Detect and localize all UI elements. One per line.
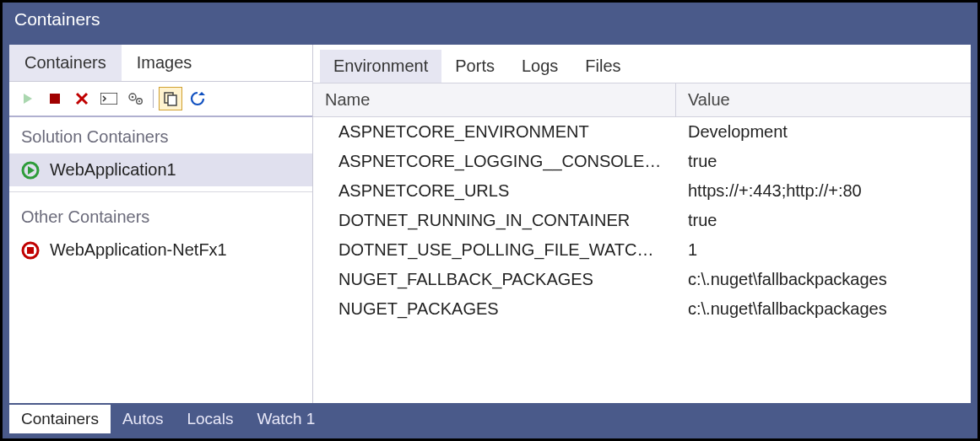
refresh-button[interactable] bbox=[186, 87, 209, 110]
env-var-value: https://+:443;http://+:80 bbox=[676, 176, 971, 206]
env-var-value: true bbox=[676, 206, 971, 235]
env-var-value: 1 bbox=[676, 235, 971, 265]
env-row[interactable]: ASPNETCORE_LOGGING__CONSOLE__DISABLECOLO… bbox=[313, 147, 971, 176]
copy-icon bbox=[163, 91, 178, 106]
play-icon bbox=[21, 92, 35, 105]
window-title: Containers bbox=[3, 3, 977, 38]
toolbar bbox=[9, 82, 312, 117]
svg-rect-1 bbox=[50, 94, 60, 104]
refresh-icon bbox=[189, 90, 206, 107]
tab-images[interactable]: Images bbox=[122, 45, 208, 81]
column-header-name[interactable]: Name bbox=[313, 83, 676, 116]
tab-logs[interactable]: Logs bbox=[508, 50, 571, 83]
env-var-name: DOTNET_RUNNING_IN_CONTAINER bbox=[313, 206, 676, 235]
svg-rect-10 bbox=[168, 95, 176, 105]
terminal-icon bbox=[100, 93, 117, 105]
container-label: WebApplication-NetFx1 bbox=[50, 240, 227, 260]
bottom-tab-strip: Containers Autos Locals Watch 1 bbox=[9, 405, 327, 433]
stop-icon bbox=[49, 93, 61, 105]
remove-button[interactable] bbox=[70, 87, 94, 110]
tab-environment[interactable]: Environment bbox=[320, 50, 441, 83]
section-solution-containers: Solution Containers bbox=[9, 117, 312, 153]
tab-containers[interactable]: Containers bbox=[9, 45, 122, 81]
svg-marker-0 bbox=[24, 94, 32, 104]
env-var-name: ASPNETCORE_LOGGING__CONSOLE__DISABLECOLO… bbox=[313, 147, 676, 176]
env-var-value: Development bbox=[676, 117, 971, 147]
left-pane: Containers Images bbox=[9, 45, 313, 403]
panel-body: Containers Images bbox=[9, 45, 971, 403]
bottom-tab-containers[interactable]: Containers bbox=[9, 405, 111, 433]
stop-button[interactable] bbox=[43, 87, 67, 110]
env-var-value: c:\.nuget\fallbackpackages bbox=[676, 265, 971, 294]
toolbar-separator bbox=[153, 89, 154, 108]
bottom-tab-watch1[interactable]: Watch 1 bbox=[245, 405, 327, 433]
env-row[interactable]: NUGET_FALLBACK_PACKAGESc:\.nuget\fallbac… bbox=[313, 265, 971, 294]
tab-files[interactable]: Files bbox=[571, 50, 634, 83]
right-tab-strip: Environment Ports Logs Files bbox=[313, 45, 971, 83]
env-var-name: DOTNET_USE_POLLING_FILE_WATCHER bbox=[313, 235, 676, 265]
env-row[interactable]: ASPNETCORE_ENVIRONMENTDevelopment bbox=[313, 117, 971, 147]
env-var-name: NUGET_PACKAGES bbox=[313, 294, 676, 324]
right-pane: Environment Ports Logs Files Name Value … bbox=[313, 45, 971, 403]
x-icon bbox=[75, 92, 89, 105]
svg-point-6 bbox=[132, 96, 134, 99]
svg-point-8 bbox=[138, 100, 140, 102]
bottom-tab-locals[interactable]: Locals bbox=[175, 405, 245, 433]
svg-rect-15 bbox=[27, 247, 34, 254]
container-item-webapplication-netfx1[interactable]: WebApplication-NetFx1 bbox=[9, 234, 312, 266]
container-label: WebApplication1 bbox=[50, 160, 176, 180]
tab-ports[interactable]: Ports bbox=[441, 50, 508, 83]
env-row[interactable]: DOTNET_USE_POLLING_FILE_WATCHER1 bbox=[313, 235, 971, 265]
env-var-value: c:\.nuget\fallbackpackages bbox=[676, 294, 971, 324]
container-item-webapplication1[interactable]: WebApplication1 bbox=[9, 153, 312, 186]
env-grid-body: ASPNETCORE_ENVIRONMENTDevelopmentASPNETC… bbox=[313, 117, 971, 403]
svg-marker-13 bbox=[28, 166, 35, 175]
env-var-name: ASPNETCORE_URLS bbox=[313, 176, 676, 206]
env-row[interactable]: ASPNETCORE_URLShttps://+:443;http://+:80 bbox=[313, 176, 971, 206]
left-tab-strip: Containers Images bbox=[9, 45, 312, 82]
column-header-value[interactable]: Value bbox=[676, 83, 971, 116]
containers-tool-window: Containers Containers Images bbox=[0, 0, 980, 441]
env-var-name: NUGET_FALLBACK_PACKAGES bbox=[313, 265, 676, 294]
gears-icon bbox=[127, 91, 144, 106]
svg-marker-11 bbox=[198, 92, 205, 95]
running-icon bbox=[21, 161, 40, 180]
section-other-containers: Other Containers bbox=[9, 197, 312, 234]
divider bbox=[9, 191, 312, 192]
env-row[interactable]: NUGET_PACKAGESc:\.nuget\fallbackpackages bbox=[313, 294, 971, 324]
env-row[interactable]: DOTNET_RUNNING_IN_CONTAINERtrue bbox=[313, 206, 971, 235]
env-var-value: true bbox=[676, 147, 971, 176]
copy-button[interactable] bbox=[159, 87, 182, 110]
bottom-tab-autos[interactable]: Autos bbox=[111, 405, 176, 433]
terminal-button[interactable] bbox=[97, 87, 121, 110]
start-button[interactable] bbox=[16, 87, 40, 110]
svg-rect-4 bbox=[100, 93, 117, 105]
attach-debugger-button[interactable] bbox=[124, 87, 148, 110]
stopped-icon bbox=[21, 241, 40, 260]
env-grid-header: Name Value bbox=[313, 83, 971, 117]
env-var-name: ASPNETCORE_ENVIRONMENT bbox=[313, 117, 676, 147]
